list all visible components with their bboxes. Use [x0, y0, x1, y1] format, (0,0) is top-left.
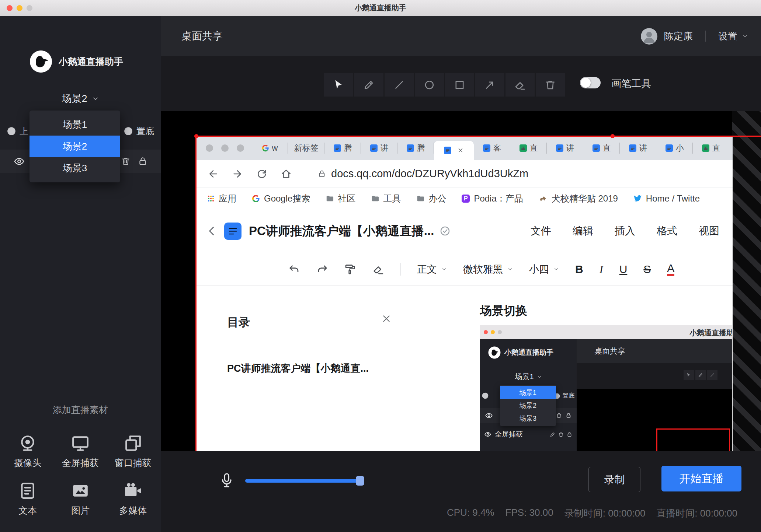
zoom-window-button[interactable] — [27, 5, 32, 11]
page-title: 桌面共享 — [181, 29, 223, 43]
address-bar: docs.qq.com/doc/DZURyVkh1dUd3UkZm — [318, 168, 528, 180]
mini-selection-rect — [656, 428, 730, 451]
docs-favicon — [444, 147, 451, 154]
font-family-select: 微软雅黑 — [463, 263, 513, 276]
fps-status: FPS: 30.00 — [505, 507, 553, 520]
mic-volume-slider[interactable] — [245, 479, 364, 483]
material-screen-capture[interactable]: 全屏捕获 — [54, 434, 107, 469]
app-name: 小鹅通直播助手 — [59, 56, 123, 68]
window-title: 小鹅通直播助手 — [355, 3, 406, 13]
main-area: 桌面共享 陈定康 设置 — [161, 16, 761, 532]
material-window-capture[interactable]: 窗口捕获 — [107, 434, 159, 469]
cursor-icon — [333, 79, 344, 91]
user-avatar[interactable] — [641, 28, 657, 45]
underline-button: U — [619, 263, 628, 276]
mic-volume-handle[interactable] — [356, 476, 364, 486]
doc-body: 目录 PC讲师推流客户端【小鹅通直... 场景切换 — [196, 286, 733, 451]
toc-title: 目录 — [227, 315, 250, 330]
scene-option-3[interactable]: 场景3 — [29, 157, 120, 179]
arrow-tool-button[interactable] — [475, 73, 504, 97]
mini-close-button — [484, 330, 488, 334]
clear-tool-button[interactable] — [536, 73, 565, 97]
paint-tools-toggle[interactable] — [580, 77, 601, 88]
materials-header: 添加直播素材 — [0, 404, 161, 416]
pencil-icon — [550, 432, 555, 437]
window-controls — [7, 0, 32, 16]
docs-favicon — [483, 144, 490, 152]
toc-entry: PC讲师推流客户端【小鹅通直... — [227, 362, 389, 375]
rect-tool-button[interactable] — [445, 73, 474, 97]
move-top-button[interactable]: 上 — [7, 125, 28, 137]
apps-grid-icon — [207, 195, 215, 202]
menu-format: 格式 — [657, 224, 677, 238]
forward-icon — [232, 168, 243, 180]
font-color-button: A — [667, 262, 674, 276]
selection-handle-topleft[interactable] — [194, 134, 198, 138]
bottom-bar: 录制 开始直播 CPU: 9.4% FPS: 30.00 录制时间: 00:00… — [161, 451, 761, 532]
materials-header-label: 添加直播素材 — [53, 404, 108, 416]
material-image[interactable]: 图片 — [54, 482, 107, 517]
scene-option-2[interactable]: 场景2 — [29, 136, 120, 157]
folder-icon — [371, 195, 379, 203]
doc-title: PC讲师推流客户端【小鹅通直播... — [249, 223, 434, 239]
material-camera[interactable]: 摄像头 — [1, 434, 54, 469]
minimize-window-button[interactable] — [17, 5, 22, 11]
eraser-tool-button[interactable] — [505, 73, 535, 97]
delete-trash-icon[interactable] — [121, 157, 131, 166]
scene-dropdown: 场景1 场景2 场景3 — [29, 111, 120, 182]
settings-menu[interactable]: 设置 — [718, 30, 748, 43]
browser-tab: w — [251, 136, 288, 160]
selection-handle-top[interactable] — [611, 134, 615, 138]
browser-tab: 客 — [474, 136, 510, 160]
live-time-status: 直播时间: 00:00:00 — [656, 507, 737, 520]
mini-minimize-button — [491, 330, 495, 334]
lock-icon[interactable] — [138, 157, 147, 166]
caret-down-icon — [441, 266, 447, 272]
captured-desktop-source[interactable]: w 新标签 腾 讲 腾 客 直 讲 直 讲 小 直 — [196, 136, 733, 451]
bookmark-folder: 社区 — [326, 193, 355, 204]
doc-back-icon — [206, 225, 218, 237]
visibility-eye-icon[interactable] — [14, 156, 24, 167]
toc-close-icon — [382, 314, 391, 323]
start-live-button[interactable]: 开始直播 — [661, 466, 741, 491]
sheet-favicon — [702, 144, 709, 152]
toolbar-divider — [400, 263, 401, 276]
mini-scene-option: 场景2 — [500, 399, 556, 412]
cursor-tool-button[interactable] — [324, 73, 353, 97]
doc-heading: 场景切换 — [480, 303, 527, 319]
microphone-icon[interactable] — [220, 472, 234, 489]
format-painter-icon — [344, 263, 356, 275]
mini-move-bottom-button: 置底 — [554, 392, 574, 400]
visibility-eye-icon — [484, 431, 491, 438]
mini-window-title: 小鹅通直播助 — [689, 328, 732, 338]
reload-icon — [256, 168, 268, 180]
close-window-button[interactable] — [7, 5, 13, 11]
eraser-icon — [514, 79, 526, 91]
material-text[interactable]: 文本 — [1, 482, 54, 517]
visibility-eye-icon — [485, 412, 493, 419]
menu-view: 视图 — [699, 224, 719, 238]
browser-urlbar: docs.qq.com/doc/DZURyVkh1dUd3UkZm — [196, 160, 733, 188]
docs-favicon — [666, 144, 673, 152]
bookmark-folder: 工具 — [371, 193, 401, 204]
bookmark-google: Google搜索 — [252, 193, 310, 204]
text-icon — [18, 482, 37, 500]
menu-edit: 编辑 — [573, 224, 593, 238]
move-bottom-button[interactable]: 置底 — [124, 125, 154, 137]
browser-tab-active — [434, 141, 474, 160]
arrow-icon — [484, 79, 496, 91]
folder-icon — [326, 195, 334, 203]
record-button[interactable]: 录制 — [588, 467, 640, 492]
live-preview: w 新标签 腾 讲 腾 客 直 讲 直 讲 小 直 — [161, 111, 761, 451]
ellipse-tool-button[interactable] — [415, 73, 444, 97]
scene-option-1[interactable]: 场景1 — [29, 114, 120, 136]
tab-close-icon — [457, 147, 464, 154]
mini-scene-dropdown: 场景1 场景2 场景3 — [500, 385, 556, 426]
scene-selector[interactable]: 场景2 — [0, 92, 161, 105]
doc-header: PC讲师推流客户端【小鹅通直播... 文件 编辑 插入 格式 视图 — [196, 209, 733, 253]
browser-tabbar: w 新标签 腾 讲 腾 客 直 讲 直 讲 小 直 — [196, 136, 733, 160]
material-media[interactable]: 多媒体 — [107, 482, 159, 517]
camera-icon — [18, 434, 37, 452]
line-tool-button[interactable] — [385, 73, 414, 97]
pencil-tool-button[interactable] — [354, 73, 383, 97]
